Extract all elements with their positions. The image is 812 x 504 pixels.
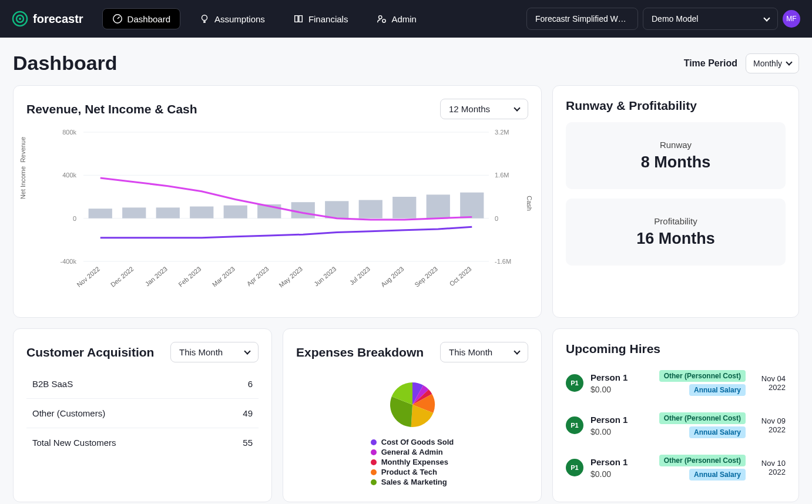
hire-tag-type: Annual Salary	[689, 426, 746, 438]
svg-point-2	[19, 18, 21, 20]
hire-badge: P1	[566, 374, 583, 392]
revenue-chart-card: Revenue, Net Income & Cash 12 Months Net…	[13, 85, 542, 318]
time-period-selector[interactable]: Monthly	[746, 53, 799, 73]
chart-range-label: 12 Months	[449, 104, 490, 114]
nav-financials[interactable]: Financials	[284, 9, 358, 29]
card-header: Revenue, Net Income & Cash 12 Months	[26, 99, 528, 119]
svg-rect-19	[89, 209, 112, 219]
runway-label: Runway	[578, 140, 774, 150]
profitability-value: 16 Months	[578, 230, 774, 248]
svg-text:-1.6M: -1.6M	[495, 258, 511, 265]
svg-rect-30	[460, 193, 484, 219]
topnav-right: Forecastr Simplified W… Demo Model MF	[526, 8, 800, 30]
gauge-icon	[112, 14, 123, 24]
row-value: 55	[243, 438, 253, 448]
svg-text:Nov 2022: Nov 2022	[75, 265, 101, 288]
hires-list: P1 Person 1 $0.00 Other (Personnel Cost)…	[566, 362, 786, 489]
hire-name: Person 1	[590, 457, 652, 467]
table-row: B2B SaaS6	[26, 369, 259, 399]
legend-label: Product & Tech	[381, 468, 437, 476]
svg-text:Feb 2023: Feb 2023	[177, 265, 202, 288]
hire-info: Person 1 $0.00	[590, 415, 652, 436]
svg-rect-28	[392, 197, 416, 219]
page-header: Dashboard Time Period Monthly	[0, 38, 812, 85]
nav-admin[interactable]: Admin	[367, 9, 426, 29]
book-icon	[293, 14, 304, 24]
chevron-down-icon	[514, 105, 520, 111]
profitability-label: Profitability	[578, 216, 774, 226]
model-selector[interactable]: Demo Model	[643, 8, 778, 30]
svg-point-4	[202, 15, 207, 21]
svg-text:Jun 2023: Jun 2023	[313, 265, 337, 287]
hire-tags: Other (Personnel Cost) Annual Salary	[659, 455, 746, 481]
hire-date: Nov 042022	[753, 374, 786, 392]
svg-text:Apr 2023: Apr 2023	[246, 265, 270, 287]
org-selector[interactable]: Forecastr Simplified W…	[526, 8, 638, 30]
hire-row: P1 Person 1 $0.00 Other (Personnel Cost)…	[566, 446, 786, 489]
card-header: Customer Acquisition This Month	[26, 342, 259, 362]
hire-tag-type: Annual Salary	[689, 469, 746, 481]
avatar-initials: MF	[786, 15, 796, 23]
expenses-range-label: This Month	[449, 347, 492, 357]
revenue-chart-title: Revenue, Net Income & Cash	[26, 102, 197, 116]
svg-text:Mar 2023: Mar 2023	[211, 265, 236, 288]
row-value: 6	[248, 379, 253, 389]
brand-logo[interactable]: forecastr	[12, 11, 83, 27]
chevron-down-icon	[244, 348, 250, 354]
table-row: Total New Customers55	[26, 428, 259, 457]
top-nav: forecastr Dashboard Assumptions Financia…	[0, 0, 812, 38]
org-selector-label: Forecastr Simplified W…	[535, 14, 626, 23]
hires-title: Upcoming Hires	[566, 342, 786, 356]
hire-cost: $0.00	[590, 385, 652, 394]
svg-point-5	[379, 16, 382, 19]
content-grid: Revenue, Net Income & Cash 12 Months Net…	[0, 85, 812, 504]
svg-text:Aug 2023: Aug 2023	[380, 265, 405, 288]
nav-admin-label: Admin	[391, 14, 417, 24]
legend-item: Monthly Expenses	[371, 458, 454, 466]
hire-tag-category: Other (Personnel Cost)	[659, 412, 746, 424]
runway-value: 8 Months	[578, 153, 774, 172]
svg-text:-400k: -400k	[60, 258, 76, 265]
runway-card: Runway & Profitability Runway 8 Months P…	[552, 85, 799, 318]
nav-dashboard[interactable]: Dashboard	[102, 8, 180, 29]
acquisition-range-label: This Month	[179, 347, 223, 357]
chart-range-selector[interactable]: 12 Months	[440, 99, 528, 119]
svg-text:May 2023: May 2023	[277, 265, 304, 288]
hire-info: Person 1 $0.00	[590, 372, 652, 394]
svg-point-6	[382, 19, 385, 22]
hire-cost: $0.00	[590, 469, 652, 479]
runway-title: Runway & Profitability	[566, 99, 786, 113]
hire-name: Person 1	[590, 415, 652, 425]
chevron-down-icon	[763, 15, 770, 21]
svg-text:0: 0	[495, 215, 498, 222]
legend-dot-icon	[371, 449, 377, 455]
nav-assumptions[interactable]: Assumptions	[190, 9, 274, 29]
legend-label: Cost Of Goods Sold	[381, 438, 454, 446]
legend-label: Monthly Expenses	[381, 458, 448, 466]
user-gear-icon	[376, 14, 387, 24]
expenses-title: Expenses Breakdown	[296, 345, 424, 359]
model-selector-label: Demo Model	[652, 14, 698, 23]
chevron-down-icon	[514, 348, 520, 354]
card-header: Expenses Breakdown This Month	[296, 342, 528, 362]
user-avatar[interactable]: MF	[783, 10, 800, 28]
acquisition-rows: B2B SaaS6Other (Customers)49Total New Cu…	[26, 369, 259, 457]
hire-tags: Other (Personnel Cost) Annual Salary	[659, 370, 746, 396]
svg-text:Sep 2023: Sep 2023	[413, 265, 439, 288]
svg-text:800k: 800k	[62, 129, 76, 136]
hire-tag-category: Other (Personnel Cost)	[659, 455, 746, 466]
acquisition-range-selector[interactable]: This Month	[170, 342, 259, 362]
table-row: Other (Customers)49	[26, 399, 259, 428]
expenses-legend: Cost Of Goods SoldGeneral & AdminMonthly…	[371, 438, 454, 488]
hire-info: Person 1 $0.00	[590, 457, 652, 479]
svg-text:3.2M: 3.2M	[495, 129, 509, 136]
svg-rect-23	[224, 206, 247, 219]
legend-item: Cost Of Goods Sold	[371, 438, 454, 446]
expenses-range-selector[interactable]: This Month	[440, 342, 528, 362]
legend-dot-icon	[371, 469, 377, 475]
svg-rect-20	[122, 207, 146, 218]
runway-metric: Runway 8 Months	[566, 122, 786, 189]
time-period-control: Time Period Monthly	[684, 53, 799, 73]
bulb-icon	[199, 14, 210, 24]
time-period-value: Monthly	[753, 59, 782, 68]
